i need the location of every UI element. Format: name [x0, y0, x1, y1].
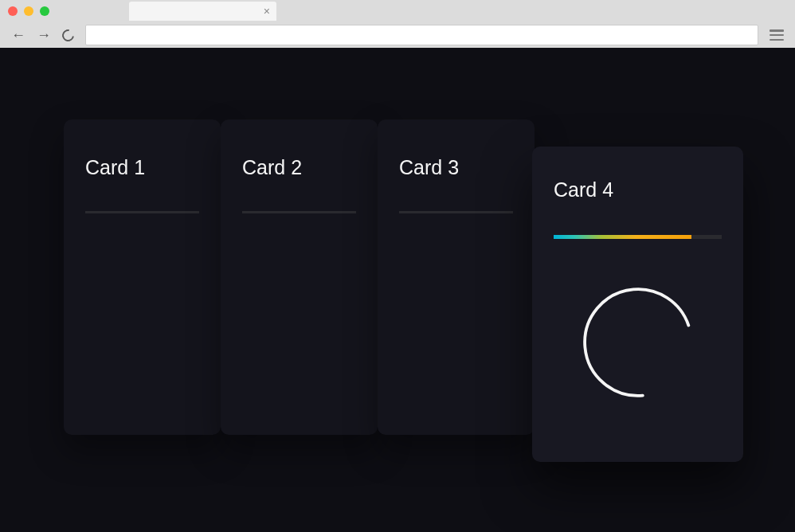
page-viewport: Card 1 Card 2 Card 3 Card 4 [0, 48, 795, 532]
card-divider [242, 211, 356, 213]
card-title: Card 1 [85, 156, 199, 179]
card-2[interactable]: Card 2 [221, 119, 378, 435]
tab-bar: × [0, 0, 795, 22]
window-minimize-icon[interactable] [24, 6, 33, 16]
card-divider [85, 211, 199, 213]
menu-icon[interactable] [770, 29, 784, 41]
spinner-container [554, 282, 722, 403]
card-title: Card 3 [399, 156, 513, 179]
progress-fill [554, 235, 691, 239]
browser-tab[interactable]: × [129, 2, 276, 21]
close-icon[interactable]: × [264, 6, 270, 17]
browser-chrome: × ← → [0, 0, 795, 48]
window-controls [8, 6, 49, 16]
window-close-icon[interactable] [8, 6, 18, 16]
nav-bar: ← → [0, 22, 795, 48]
progress-bar [554, 235, 722, 239]
svg-point-0 [580, 285, 695, 401]
window-maximize-icon[interactable] [40, 6, 49, 16]
forward-icon[interactable]: → [37, 27, 51, 44]
card-1[interactable]: Card 1 [64, 119, 221, 435]
loading-spinner-icon [578, 282, 699, 403]
url-input[interactable] [85, 25, 758, 45]
card-4[interactable]: Card 4 [532, 147, 743, 462]
card-3[interactable]: Card 3 [378, 119, 535, 435]
card-divider [399, 211, 513, 213]
back-icon[interactable]: ← [11, 27, 25, 44]
card-title: Card 2 [242, 156, 356, 179]
reload-icon[interactable] [60, 27, 76, 44]
card-title: Card 4 [554, 178, 722, 201]
